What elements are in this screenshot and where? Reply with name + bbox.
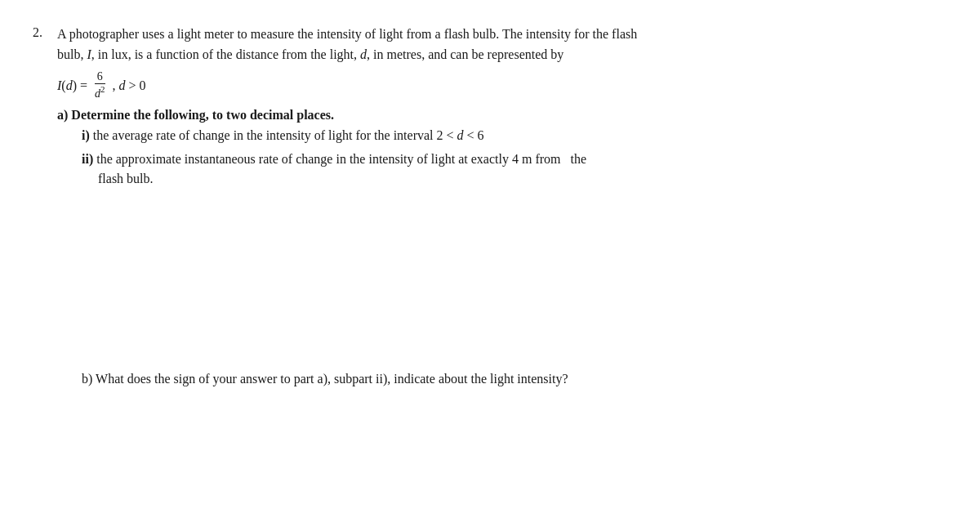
subpart-i-label: i): [82, 128, 90, 142]
intro-line1: A photographer uses a light meter to mea…: [57, 27, 637, 41]
subpart-i: i) the average rate of change in the int…: [82, 126, 947, 146]
part-a-label: a) Determine the following, to two decim…: [57, 108, 947, 123]
formula-prefix: I(d) =: [57, 78, 87, 93]
subpart-i-text: the average rate of change in the intens…: [93, 128, 484, 142]
formula-line: I(d) = 6 d2 , d > 0: [57, 70, 947, 101]
fraction-denominator: d2: [92, 84, 108, 100]
subpart-ii-label: ii): [82, 152, 93, 166]
italic-d: d: [360, 47, 367, 61]
formula-suffix: , d > 0: [113, 78, 146, 93]
intro-text: A photographer uses a light meter to mea…: [57, 25, 947, 65]
intro-line2: bulb, I, in lux, is a function of the di…: [57, 47, 564, 61]
subpart-ii: ii) the approximate instantaneous rate o…: [82, 150, 947, 190]
part-b-text: b) What does the sign of your answer to …: [82, 372, 568, 386]
question-body: A photographer uses a light meter to mea…: [57, 25, 947, 390]
question-block: 2. A photographer uses a light meter to …: [33, 25, 947, 390]
subpart-ii-text: the approximate instantaneous rate of ch…: [82, 152, 586, 186]
part-a-label-text: a) Determine the following, to two decim…: [57, 108, 334, 122]
fraction: 6 d2: [92, 70, 108, 101]
part-a: a) Determine the following, to two decim…: [57, 108, 947, 190]
fraction-numerator: 6: [95, 70, 105, 85]
part-b-block: b) What does the sign of your answer to …: [82, 369, 947, 390]
page: 2. A photographer uses a light meter to …: [0, 0, 980, 509]
italic-I: I: [87, 47, 91, 61]
question-number: 2.: [33, 25, 57, 40]
